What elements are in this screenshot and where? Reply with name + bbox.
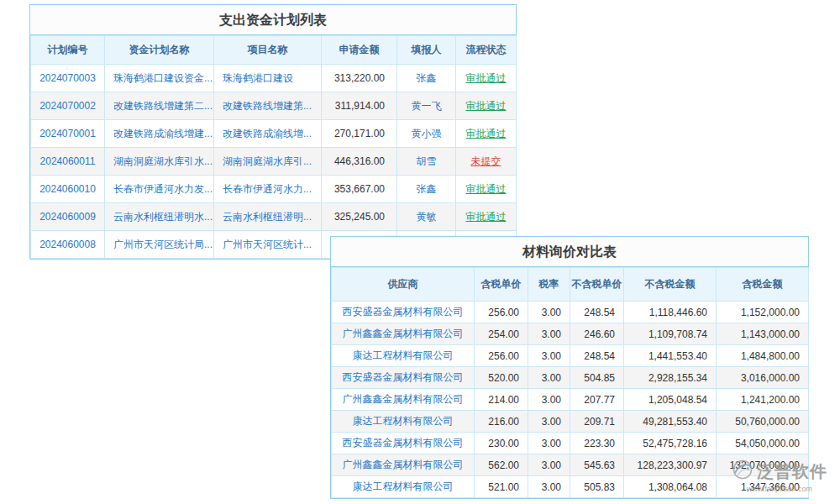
supplier-link[interactable]: 康达工程材料有限公司 bbox=[332, 476, 475, 498]
status-link[interactable]: 未提交 bbox=[471, 155, 501, 167]
table-row[interactable]: 2024060010 长春市伊通河水力发... 长春市伊通河水力... 353,… bbox=[31, 176, 517, 203]
price-tax-cell: 216.00 bbox=[475, 411, 528, 433]
column-header-price-tax: 含税单价 bbox=[475, 268, 528, 302]
plan-name-link[interactable]: 云南水利枢纽潜明水... bbox=[105, 203, 214, 231]
amount-net-cell: 52,475,728.16 bbox=[624, 433, 717, 454]
plan-name-link[interactable]: 长春市伊通河水力发... bbox=[105, 176, 214, 203]
plan-table: 计划编号 资金计划名称 项目名称 申请金额 填报人 流程状态 202407000… bbox=[30, 35, 517, 259]
amount-cell: 311,914.00 bbox=[322, 92, 397, 120]
amount-tax-cell: 50,760,000.00 bbox=[717, 411, 809, 433]
table-row[interactable]: 西安盛器金属材料有限公司 520.00 3.00 504.85 2,928,15… bbox=[332, 367, 809, 389]
column-header-amount-net: 不含税金额 bbox=[624, 268, 717, 302]
rate-cell: 3.00 bbox=[528, 345, 570, 367]
amount-cell: 270,171.00 bbox=[322, 120, 397, 148]
supplier-link[interactable]: 西安盛器金属材料有限公司 bbox=[332, 367, 475, 389]
table-row[interactable]: 康达工程材料有限公司 256.00 3.00 248.54 1,441,553.… bbox=[332, 345, 809, 367]
table-row[interactable]: 西安盛器金属材料有限公司 230.00 3.00 223.30 52,475,7… bbox=[332, 433, 809, 454]
amount-tax-cell: 1,152,000.00 bbox=[717, 302, 809, 323]
status-link[interactable]: 审批通过 bbox=[466, 128, 507, 139]
amount-cell: 325,245.00 bbox=[322, 203, 397, 231]
person-cell: 胡雪 bbox=[397, 148, 456, 176]
plan-id-link[interactable]: 2024060008 bbox=[31, 231, 105, 259]
rate-cell: 3.00 bbox=[528, 389, 570, 411]
supplier-link[interactable]: 康达工程材料有限公司 bbox=[332, 345, 475, 367]
supplier-link[interactable]: 西安盛器金属材料有限公司 bbox=[332, 302, 475, 323]
table-row[interactable]: 2024070001 改建铁路成渝线增建... 改建铁路成渝线增... 270,… bbox=[31, 120, 517, 148]
status-link[interactable]: 审批通过 bbox=[466, 183, 507, 195]
vendor-logo-icon bbox=[732, 459, 753, 484]
amount-tax-cell: 54,050,000.00 bbox=[717, 433, 809, 454]
project-name-link[interactable]: 云南水利枢纽潜明... bbox=[214, 203, 322, 231]
column-header-amount-tax: 含税金额 bbox=[717, 268, 809, 302]
price-net-cell: 209.71 bbox=[570, 411, 624, 433]
plan-id-link[interactable]: 2024060010 bbox=[31, 176, 105, 203]
material-table-title: 材料询价对比表 bbox=[331, 237, 808, 267]
project-name-link[interactable]: 珠海鹤港口建设 bbox=[214, 65, 322, 92]
table-row[interactable]: 广州鑫鑫金属材料有限公司 214.00 3.00 207.77 1,205,04… bbox=[332, 389, 809, 411]
supplier-link[interactable]: 广州鑫鑫金属材料有限公司 bbox=[332, 454, 475, 476]
price-net-cell: 248.54 bbox=[570, 302, 624, 323]
supplier-link[interactable]: 康达工程材料有限公司 bbox=[332, 411, 475, 433]
price-net-cell: 545.63 bbox=[570, 454, 624, 476]
table-row[interactable]: 西安盛器金属材料有限公司 256.00 3.00 248.54 1,118,44… bbox=[332, 302, 809, 323]
amount-tax-cell: 1,484,800.00 bbox=[717, 345, 809, 367]
status-link[interactable]: 审批通过 bbox=[466, 211, 507, 223]
vendor-watermark: 泛普软件 www.fanpusoft.com bbox=[724, 459, 835, 493]
amount-net-cell: 1,118,446.60 bbox=[624, 302, 717, 323]
rate-cell: 3.00 bbox=[528, 476, 570, 498]
amount-net-cell: 2,928,155.34 bbox=[624, 367, 717, 389]
supplier-link[interactable]: 西安盛器金属材料有限公司 bbox=[332, 433, 475, 454]
column-header-amount: 申请金额 bbox=[322, 36, 397, 65]
rate-cell: 3.00 bbox=[528, 323, 570, 345]
amount-net-cell: 128,223,300.97 bbox=[624, 454, 717, 476]
price-tax-cell: 256.00 bbox=[475, 302, 528, 323]
column-header-status: 流程状态 bbox=[456, 36, 517, 65]
price-tax-cell: 521.00 bbox=[475, 476, 528, 498]
price-tax-cell: 230.00 bbox=[475, 433, 528, 454]
table-row[interactable]: 康达工程材料有限公司 216.00 3.00 209.71 49,281,553… bbox=[332, 411, 809, 433]
status-link[interactable]: 审批通过 bbox=[466, 100, 507, 112]
amount-tax-cell: 1,241,200.00 bbox=[717, 389, 809, 411]
amount-cell: 313,220.00 bbox=[322, 65, 397, 92]
table-row[interactable]: 2024060009 云南水利枢纽潜明水... 云南水利枢纽潜明... 325,… bbox=[31, 203, 517, 231]
amount-net-cell: 1,308,064.08 bbox=[624, 476, 717, 498]
plan-name-link[interactable]: 广州市天河区统计局... bbox=[105, 231, 214, 259]
supplier-link[interactable]: 广州鑫鑫金属材料有限公司 bbox=[332, 389, 475, 411]
table-row[interactable]: 广州鑫鑫金属材料有限公司 254.00 3.00 246.60 1,109,70… bbox=[332, 323, 809, 345]
price-net-cell: 248.54 bbox=[570, 345, 624, 367]
rate-cell: 3.00 bbox=[528, 433, 570, 454]
project-name-link[interactable]: 长春市伊通河水力... bbox=[214, 176, 322, 203]
price-tax-cell: 254.00 bbox=[475, 323, 528, 345]
person-cell: 张鑫 bbox=[397, 65, 456, 92]
table-row[interactable]: 2024070003 珠海鹤港口建设资金... 珠海鹤港口建设 313,220.… bbox=[31, 65, 517, 92]
project-name-link[interactable]: 改建铁路成渝线增... bbox=[214, 120, 322, 148]
plan-id-link[interactable]: 2024060011 bbox=[31, 148, 105, 176]
table-row[interactable]: 2024070002 改建铁路线增建第二... 改建铁路线增建第... 311,… bbox=[31, 92, 517, 120]
table-row[interactable]: 2024060011 湖南洞庭湖水库引水... 湖南洞庭湖水库引... 446,… bbox=[31, 148, 517, 176]
plan-id-link[interactable]: 2024070002 bbox=[31, 92, 105, 120]
plan-name-link[interactable]: 湖南洞庭湖水库引水... bbox=[105, 148, 214, 176]
column-header-person: 填报人 bbox=[397, 36, 456, 65]
plan-name-link[interactable]: 改建铁路线增建第二... bbox=[105, 92, 214, 120]
plan-id-link[interactable]: 2024060009 bbox=[31, 203, 105, 231]
amount-net-cell: 1,205,048.54 bbox=[624, 389, 717, 411]
plan-name-link[interactable]: 珠海鹤港口建设资金... bbox=[105, 65, 214, 92]
rate-cell: 3.00 bbox=[528, 302, 570, 323]
price-tax-cell: 520.00 bbox=[475, 367, 528, 389]
person-cell: 黄一飞 bbox=[397, 92, 456, 120]
project-name-link[interactable]: 改建铁路线增建第... bbox=[214, 92, 322, 120]
price-tax-cell: 214.00 bbox=[475, 389, 528, 411]
amount-net-cell: 49,281,553.40 bbox=[624, 411, 717, 433]
supplier-link[interactable]: 广州鑫鑫金属材料有限公司 bbox=[332, 323, 475, 345]
project-name-link[interactable]: 湖南洞庭湖水库引... bbox=[214, 148, 322, 176]
price-tax-cell: 256.00 bbox=[475, 345, 528, 367]
rate-cell: 3.00 bbox=[528, 367, 570, 389]
material-table-header-row: 供应商 含税单价 税率 不含税单价 不含税金额 含税金额 bbox=[332, 268, 809, 302]
column-header-plan-name: 资金计划名称 bbox=[105, 36, 214, 65]
plan-id-link[interactable]: 2024070003 bbox=[31, 65, 105, 92]
plan-name-link[interactable]: 改建铁路成渝线增建... bbox=[105, 120, 214, 148]
project-name-link[interactable]: 广州市天河区统计... bbox=[214, 231, 322, 259]
plan-id-link[interactable]: 2024070001 bbox=[31, 120, 105, 148]
column-header-project: 项目名称 bbox=[214, 36, 322, 65]
status-link[interactable]: 审批通过 bbox=[466, 72, 507, 84]
